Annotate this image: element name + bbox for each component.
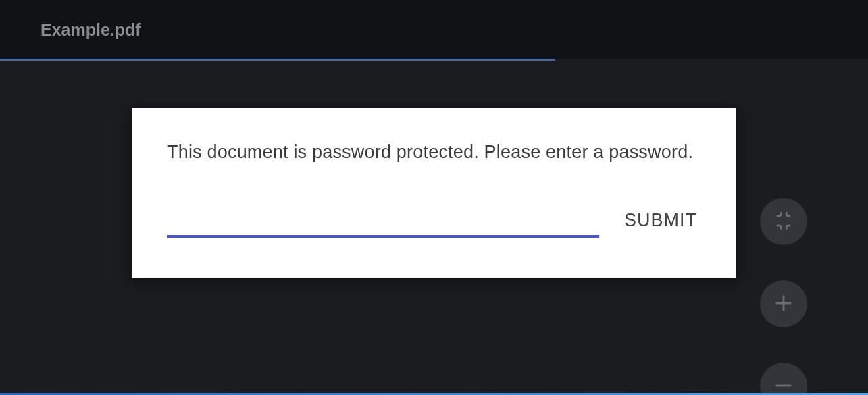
plus-icon bbox=[772, 292, 795, 317]
input-row: SUBMIT bbox=[167, 203, 703, 238]
submit-button[interactable]: SUBMIT bbox=[619, 206, 703, 235]
header-bar: Example.pdf bbox=[0, 0, 868, 59]
zoom-controls bbox=[760, 198, 807, 395]
zoom-out-button[interactable] bbox=[760, 363, 807, 395]
password-dialog: This document is password protected. Ple… bbox=[132, 108, 736, 278]
minus-icon bbox=[772, 374, 795, 396]
content-area: This document is password protected. Ple… bbox=[0, 59, 868, 394]
document-title: Example.pdf bbox=[41, 20, 141, 40]
fit-page-icon bbox=[772, 209, 795, 234]
fit-page-button[interactable] bbox=[760, 198, 807, 245]
zoom-in-button[interactable] bbox=[760, 280, 807, 327]
password-input[interactable] bbox=[167, 203, 599, 238]
dialog-message: This document is password protected. Ple… bbox=[167, 142, 703, 163]
